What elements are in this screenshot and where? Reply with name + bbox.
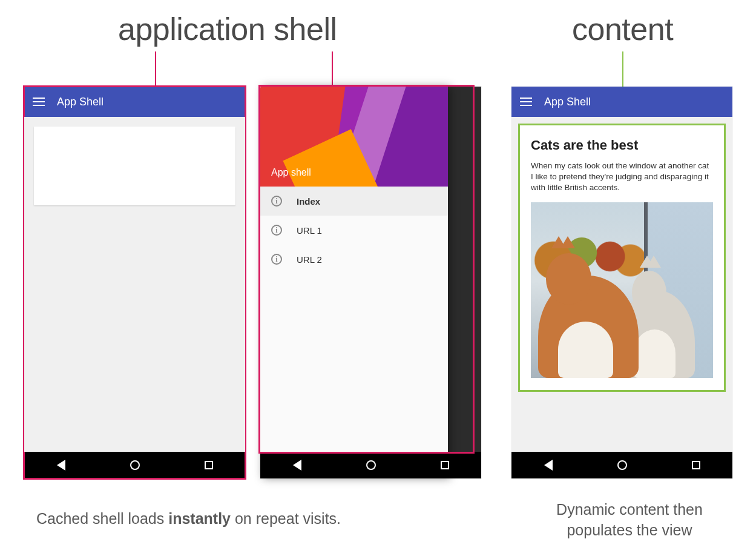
nav-home-icon[interactable] bbox=[617, 460, 627, 470]
appbar: App Shell bbox=[24, 87, 245, 117]
content-image-cats bbox=[531, 202, 713, 378]
info-icon: i bbox=[271, 225, 282, 236]
nav-back-icon[interactable] bbox=[57, 460, 65, 471]
phone-shell-drawer: App shell i Index i URL 1 i URL 2 bbox=[260, 87, 481, 478]
phone-body: Cats are the best When my cats look out … bbox=[511, 117, 732, 452]
phone-content: App Shell Cats are the best When my cats… bbox=[511, 87, 732, 478]
nav-recent-icon[interactable] bbox=[692, 461, 700, 469]
content-body: When my cats look out the window at anot… bbox=[531, 160, 713, 194]
nav-home-icon[interactable] bbox=[130, 460, 140, 470]
android-navbar bbox=[260, 452, 481, 478]
drawer-item-index[interactable]: i Index bbox=[260, 187, 448, 216]
appbar: App Shell bbox=[511, 87, 732, 117]
drawer-item-label: URL 1 bbox=[297, 225, 322, 236]
connector-shell-right bbox=[332, 51, 333, 87]
drawer-item-label: URL 2 bbox=[297, 254, 322, 265]
drawer-header-label: App shell bbox=[271, 167, 311, 178]
appbar-title: App Shell bbox=[57, 96, 104, 108]
android-navbar bbox=[24, 452, 245, 478]
heading-content: content bbox=[572, 11, 673, 47]
android-navbar bbox=[511, 452, 732, 478]
caption-shell-strong: instantly bbox=[168, 510, 231, 527]
drawer-header: App shell bbox=[260, 87, 448, 187]
empty-content-card bbox=[34, 127, 235, 205]
info-icon: i bbox=[271, 196, 282, 207]
hamburger-icon[interactable] bbox=[33, 98, 45, 106]
nav-back-icon[interactable] bbox=[293, 460, 301, 471]
content-title: Cats are the best bbox=[531, 137, 713, 153]
phone-shell-empty: App Shell bbox=[24, 87, 245, 478]
info-icon: i bbox=[271, 254, 282, 265]
nav-drawer: App shell i Index i URL 1 i URL 2 bbox=[260, 87, 448, 478]
drawer-list: i Index i URL 1 i URL 2 bbox=[260, 187, 448, 274]
phone-body bbox=[24, 117, 245, 452]
drawer-item-label: Index bbox=[297, 196, 320, 207]
nav-recent-icon[interactable] bbox=[441, 461, 449, 469]
appbar-title: App Shell bbox=[544, 96, 591, 108]
caption-shell-post: on repeat visits. bbox=[231, 510, 341, 527]
nav-home-icon[interactable] bbox=[366, 460, 376, 470]
caption-shell-pre: Cached shell loads bbox=[36, 510, 168, 527]
drawer-item-url2[interactable]: i URL 2 bbox=[260, 245, 448, 274]
heading-app-shell: application shell bbox=[118, 11, 337, 47]
drawer-item-url1[interactable]: i URL 1 bbox=[260, 216, 448, 245]
caption-shell: Cached shell loads instantly on repeat v… bbox=[36, 509, 341, 529]
connector-shell-left bbox=[155, 51, 156, 87]
caption-content: Dynamic content then populates the view bbox=[536, 500, 723, 541]
content-card: Cats are the best When my cats look out … bbox=[520, 125, 724, 390]
nav-recent-icon[interactable] bbox=[205, 461, 213, 469]
hamburger-icon[interactable] bbox=[520, 98, 532, 106]
nav-back-icon[interactable] bbox=[544, 460, 553, 471]
